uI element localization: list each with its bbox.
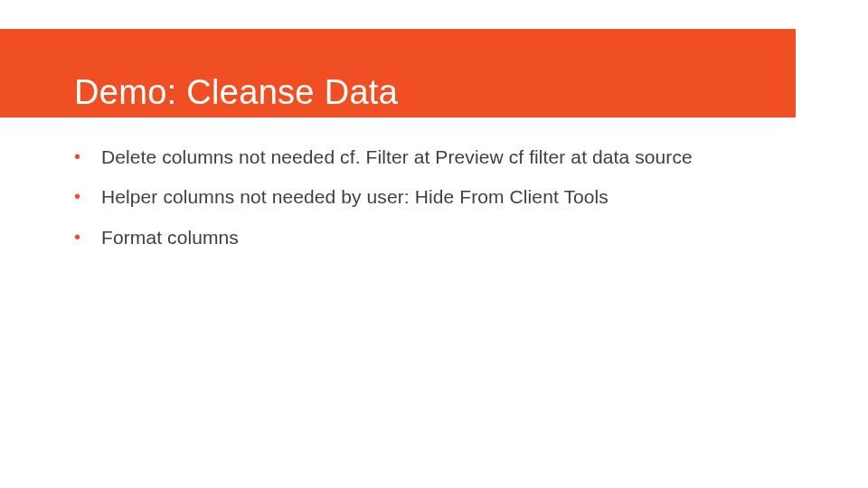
list-item: • Delete columns not needed cf. Filter a…	[74, 145, 797, 170]
slide: Demo: Cleanse Data • Delete columns not …	[0, 0, 868, 488]
list-item: • Helper columns not needed by user: Hid…	[74, 184, 797, 210]
list-item: • Format columns	[74, 225, 797, 250]
bullet-list: • Delete columns not needed cf. Filter a…	[74, 145, 797, 265]
title-banner: Demo: Cleanse Data	[0, 29, 796, 117]
bullet-icon: •	[74, 145, 101, 169]
bullet-text: Helper columns not needed by user: Hide …	[101, 184, 609, 210]
bullet-icon: •	[74, 184, 101, 209]
slide-title: Demo: Cleanse Data	[74, 73, 398, 112]
bullet-text: Delete columns not needed cf. Filter at …	[101, 145, 693, 170]
bullet-text: Format columns	[101, 225, 239, 250]
bullet-icon: •	[74, 225, 101, 249]
